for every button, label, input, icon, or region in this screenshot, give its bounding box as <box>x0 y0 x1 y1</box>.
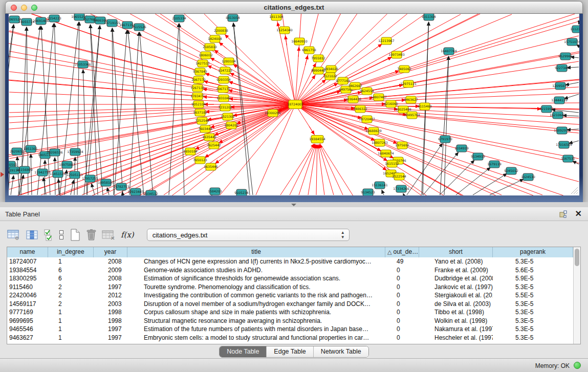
graph-node-9367843[interactable]: 9367843 <box>193 68 207 75</box>
graph-node-6216060[interactable]: 6216060 <box>384 100 398 107</box>
graph-node-7252544[interactable]: 7252544 <box>195 117 209 124</box>
graph-node-9463627[interactable]: 9463627 <box>404 96 418 103</box>
column-header-in-degree[interactable]: in_degree <box>48 247 94 257</box>
graph-node-1635449[interactable]: 1635449 <box>202 134 216 141</box>
graph-node-1521302[interactable]: 1521302 <box>221 113 235 120</box>
column-header-year[interactable]: year <box>94 247 127 257</box>
graph-node-7650123[interactable]: 7650123 <box>193 157 207 164</box>
graph-node-9154223[interactable]: 9154223 <box>47 15 61 22</box>
graph-node-8813054[interactable]: 8813054 <box>226 14 240 21</box>
table-select-dropdown[interactable]: citations_edges.txt ▲▼ <box>147 229 350 241</box>
graph-node-2200838[interactable]: 2200838 <box>214 27 228 34</box>
network-window-titlebar[interactable]: citations_edges.txt <box>5 1 583 14</box>
graph-node-2620652[interactable]: 2620652 <box>10 148 24 155</box>
graph-node-16487744[interactable]: 16487744 <box>441 48 457 55</box>
float-panel-icon[interactable] <box>559 210 568 218</box>
graph-node-7462667[interactable]: 7462667 <box>348 82 362 90</box>
graph-node-9990448[interactable]: 9990448 <box>311 67 325 74</box>
graph-node-17957255[interactable]: 17957255 <box>82 175 98 182</box>
graph-node-1167531[interactable]: 1167531 <box>561 155 575 162</box>
graph-node-10958107[interactable]: 10958107 <box>98 179 114 186</box>
tab-network-table[interactable]: Network Table <box>314 346 368 357</box>
graph-node-1975692[interactable]: 1975692 <box>395 142 409 149</box>
graph-node-19384554[interactable]: 19384554 <box>309 136 325 143</box>
graph-node-1584203[interactable]: 1584203 <box>208 188 222 195</box>
graph-node-1034919[interactable]: 1034919 <box>454 145 469 152</box>
graph-node-7955812[interactable]: 7955812 <box>311 55 325 62</box>
column-header-pagerank[interactable]: pagerank <box>493 247 573 257</box>
panel-splitter[interactable] <box>0 202 588 207</box>
graph-node-17359924[interactable]: 17359924 <box>67 148 83 156</box>
table-row[interactable]: 1456911722003Disruption of a novel membe… <box>7 300 573 309</box>
graph-node-9227343[interactable]: 9227343 <box>555 64 569 72</box>
graph-node-20691406[interactable]: 20691406 <box>33 17 49 25</box>
graph-node-1806012[interactable]: 1806012 <box>199 52 213 59</box>
table-row[interactable]: 911546021997Tourette syndrome. Phenomeno… <box>7 283 573 292</box>
table-row[interactable]: 946362711997Embryonic stem cells: a mode… <box>7 334 573 342</box>
table-row[interactable]: 1830029562008Estimation of significance … <box>7 274 573 283</box>
delete-column-button[interactable] <box>86 227 96 243</box>
graph-node-1112105[interactable]: 1112105 <box>570 26 579 33</box>
graph-node-7267133[interactable]: 7267133 <box>190 84 205 92</box>
graph-node-1147223[interactable]: 1147223 <box>218 67 232 74</box>
graph-node-8311304[interactable]: 8311304 <box>422 14 436 20</box>
graph-node-9115460[interactable]: 9115460 <box>418 103 432 110</box>
graph-node-9134919[interactable]: 9134919 <box>471 153 485 160</box>
select-rows-button[interactable] <box>44 227 53 243</box>
graph-node-18724007[interactable]: 18724007 <box>287 100 303 109</box>
graph-node-2067170[interactable]: 2067170 <box>191 76 206 83</box>
graph-node-1804203[interactable]: 1804203 <box>224 122 238 129</box>
graph-node-18720407[interactable]: 18720407 <box>359 116 375 123</box>
show-columns-button[interactable] <box>26 227 38 243</box>
graph-node-21053346[interactable]: 21053346 <box>75 61 91 68</box>
graph-node-1637182[interactable]: 1637182 <box>193 109 207 116</box>
clear-selection-button[interactable] <box>59 227 64 243</box>
table-row[interactable]: 1872400712008Changes of HCN gene express… <box>7 257 573 266</box>
network-canvas[interactable]: 1065524240557242069140691542231065525715… <box>9 14 579 195</box>
graph-node-9777169[interactable]: 9777169 <box>336 77 350 84</box>
graph-node-6934028[interactable]: 6934028 <box>324 65 338 73</box>
graph-node-1024530[interactable]: 1024530 <box>521 173 535 181</box>
graph-node-2185810[interactable]: 2185810 <box>203 43 217 51</box>
delete-table-button[interactable]: ✕ <box>102 227 115 243</box>
graph-node-9245012[interactable]: 9245012 <box>504 167 518 174</box>
table-row[interactable]: 946554611997Estimation of the future num… <box>7 325 573 334</box>
graph-node-1831042[interactable]: 1831042 <box>216 95 231 102</box>
graph-node-1679119[interactable]: 1679119 <box>487 161 502 168</box>
graph-node-1427512[interactable]: 1427512 <box>195 60 210 67</box>
graph-node-17016504[interactable]: 17016504 <box>556 141 572 148</box>
table-row[interactable]: 977716911998Corpus callosum shape and si… <box>7 308 573 317</box>
graph-node-12505113[interactable]: 12505113 <box>67 171 83 179</box>
graph-node-2105334[interactable]: 2105334 <box>172 15 186 22</box>
table-row[interactable]: 1938455462009Genome-wide association stu… <box>7 266 573 275</box>
graph-node-15136141[interactable]: 15136141 <box>372 182 388 189</box>
graph-node-1783477[interactable]: 1783477 <box>190 93 205 100</box>
memory-status-indicator[interactable] <box>574 362 581 369</box>
graph-node-9293354[interactable]: 9293354 <box>216 76 231 83</box>
graph-node-1034512[interactable]: 1034512 <box>144 190 158 195</box>
graph-node-7625442[interactable]: 7625442 <box>207 142 221 149</box>
graph-node-15751074[interactable]: 15751074 <box>564 38 579 46</box>
graph-node-1280104[interactable]: 1280104 <box>222 58 236 65</box>
graph-node-1635446[interactable]: 1635446 <box>204 163 218 170</box>
column-header-name[interactable]: name <box>7 247 48 257</box>
graph-node-9052104[interactable]: 9052104 <box>191 101 206 108</box>
column-header-title[interactable]: title <box>127 247 385 257</box>
graph-node-9105234[interactable]: 9105234 <box>234 189 249 195</box>
graph-node-8215953[interactable]: 8215953 <box>539 105 554 113</box>
graph-node-17334266[interactable]: 17334266 <box>393 185 409 192</box>
graph-node-1851301[interactable]: 1851301 <box>24 145 38 152</box>
graph-node-9624554[interactable]: 9624554 <box>360 87 374 95</box>
tab-edge-table[interactable]: Edge Table <box>267 346 313 357</box>
graph-node-12213967[interactable]: 12213967 <box>378 37 395 45</box>
table-scrollbar-thumb[interactable] <box>575 249 579 266</box>
table-row[interactable]: 969969511998Structural magnetic resonanc… <box>7 317 573 325</box>
table-scrollbar[interactable] <box>573 247 580 344</box>
function-builder-button[interactable]: f(x) <box>121 227 134 243</box>
graph-node-1650184[interactable]: 1650184 <box>183 148 198 155</box>
graph-node-7486322[interactable]: 7486322 <box>353 105 367 113</box>
graph-node-7485063[interactable]: 7485063 <box>397 65 411 73</box>
graph-node-1121022[interactable]: 1121022 <box>323 73 337 80</box>
graph-node-9134523[interactable]: 9134523 <box>361 189 375 195</box>
graph-node-7231202[interactable]: 7231202 <box>218 104 232 111</box>
